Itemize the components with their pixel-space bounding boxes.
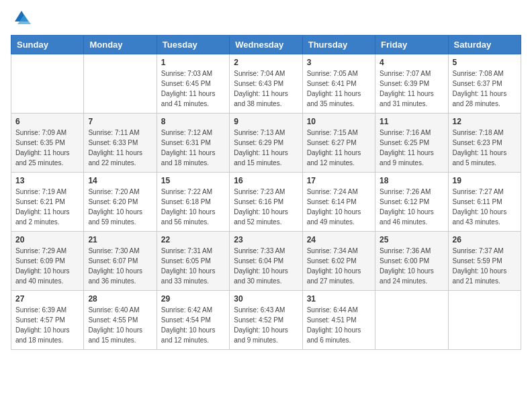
daylight-text: Daylight: 11 hours and 38 minutes.	[234, 90, 288, 107]
day-number: 1	[161, 58, 225, 67]
day-number: 16	[234, 176, 298, 185]
day-info: Sunrise: 7:27 AM Sunset: 6:11 PM Dayligh…	[453, 187, 517, 227]
sunrise-text: Sunrise: 7:26 AM	[380, 188, 431, 195]
daylight-text: Daylight: 10 hours and 56 minutes.	[161, 208, 216, 226]
day-number: 6	[15, 117, 79, 126]
sunset-text: Sunset: 6:31 PM	[161, 139, 211, 146]
sunrise-text: Sunrise: 6:40 AM	[88, 306, 139, 314]
calendar-week-row: 27 Sunrise: 6:39 AM Sunset: 4:57 PM Dayl…	[11, 291, 521, 350]
sunset-text: Sunset: 6:37 PM	[453, 80, 502, 87]
day-info: Sunrise: 7:34 AM Sunset: 6:02 PM Dayligh…	[307, 246, 371, 286]
daylight-text: Daylight: 11 hours and 5 minutes.	[453, 149, 507, 167]
sunset-text: Sunset: 4:52 PM	[234, 316, 283, 324]
sunset-text: Sunset: 6:23 PM	[453, 139, 502, 146]
day-number: 22	[161, 235, 225, 244]
logo	[11, 11, 31, 27]
calendar-cell: 6 Sunrise: 7:09 AM Sunset: 6:35 PM Dayli…	[11, 113, 84, 173]
calendar-cell: 10 Sunrise: 7:15 AM Sunset: 6:27 PM Dayl…	[302, 113, 375, 173]
daylight-text: Daylight: 11 hours and 9 minutes.	[380, 149, 434, 167]
day-number: 12	[453, 117, 517, 126]
sunrise-text: Sunrise: 7:29 AM	[15, 247, 66, 255]
sunrise-text: Sunrise: 7:34 AM	[307, 247, 358, 255]
sunset-text: Sunset: 6:05 PM	[161, 257, 211, 265]
day-info: Sunrise: 7:08 AM Sunset: 6:37 PM Dayligh…	[453, 68, 517, 109]
day-info: Sunrise: 7:19 AM Sunset: 6:21 PM Dayligh…	[15, 187, 79, 227]
sunrise-text: Sunrise: 7:15 AM	[307, 129, 358, 136]
daylight-text: Daylight: 11 hours and 2 minutes.	[15, 208, 70, 226]
daylight-text: Daylight: 11 hours and 18 minutes.	[161, 149, 216, 167]
calendar-cell: 13 Sunrise: 7:19 AM Sunset: 6:21 PM Dayl…	[11, 173, 84, 232]
sunrise-text: Sunrise: 7:31 AM	[161, 247, 212, 255]
sunset-text: Sunset: 6:35 PM	[15, 139, 65, 146]
calendar-cell: 21 Sunrise: 7:30 AM Sunset: 6:07 PM Dayl…	[84, 232, 157, 291]
sunset-text: Sunset: 6:16 PM	[234, 198, 283, 205]
day-number: 3	[307, 58, 371, 67]
sunset-text: Sunset: 6:07 PM	[88, 257, 138, 265]
sunset-text: Sunset: 4:54 PM	[161, 316, 211, 324]
calendar-week-row: 20 Sunrise: 7:29 AM Sunset: 6:09 PM Dayl…	[11, 232, 521, 291]
day-info: Sunrise: 7:26 AM Sunset: 6:12 PM Dayligh…	[380, 187, 443, 227]
calendar-cell: 26 Sunrise: 7:37 AM Sunset: 5:59 PM Dayl…	[448, 232, 521, 291]
sunset-text: Sunset: 6:25 PM	[380, 139, 429, 146]
calendar-header-row: SundayMondayTuesdayWednesdayThursdayFrid…	[11, 36, 521, 54]
day-number: 15	[161, 176, 225, 185]
sunset-text: Sunset: 6:45 PM	[161, 80, 211, 87]
sunrise-text: Sunrise: 7:04 AM	[234, 70, 285, 77]
calendar-cell	[448, 291, 521, 350]
calendar-header-monday: Monday	[84, 36, 157, 54]
daylight-text: Daylight: 10 hours and 40 minutes.	[15, 267, 70, 285]
sunset-text: Sunset: 6:27 PM	[307, 139, 357, 146]
day-number: 20	[15, 235, 79, 244]
calendar-cell: 20 Sunrise: 7:29 AM Sunset: 6:09 PM Dayl…	[11, 232, 84, 291]
day-info: Sunrise: 7:31 AM Sunset: 6:05 PM Dayligh…	[161, 246, 225, 286]
calendar-cell: 25 Sunrise: 7:36 AM Sunset: 6:00 PM Dayl…	[375, 232, 448, 291]
day-info: Sunrise: 7:09 AM Sunset: 6:35 PM Dayligh…	[15, 128, 79, 168]
sunrise-text: Sunrise: 7:30 AM	[88, 247, 139, 255]
calendar-cell: 14 Sunrise: 7:20 AM Sunset: 6:20 PM Dayl…	[84, 173, 157, 232]
daylight-text: Daylight: 10 hours and 30 minutes.	[234, 267, 288, 285]
page-header	[11, 11, 521, 27]
calendar-week-row: 13 Sunrise: 7:19 AM Sunset: 6:21 PM Dayl…	[11, 173, 521, 232]
day-info: Sunrise: 7:29 AM Sunset: 6:09 PM Dayligh…	[15, 246, 79, 286]
day-info: Sunrise: 6:43 AM Sunset: 4:52 PM Dayligh…	[234, 305, 298, 345]
day-number: 10	[307, 117, 371, 126]
day-number: 9	[234, 117, 298, 126]
daylight-text: Daylight: 10 hours and 21 minutes.	[453, 267, 507, 285]
calendar-table: SundayMondayTuesdayWednesdayThursdayFrid…	[11, 35, 521, 350]
daylight-text: Daylight: 10 hours and 49 minutes.	[307, 208, 361, 226]
sunrise-text: Sunrise: 7:20 AM	[88, 188, 139, 195]
day-info: Sunrise: 7:20 AM Sunset: 6:20 PM Dayligh…	[88, 187, 152, 227]
day-number: 5	[453, 58, 517, 67]
calendar-header-wednesday: Wednesday	[230, 36, 302, 54]
day-info: Sunrise: 7:37 AM Sunset: 5:59 PM Dayligh…	[453, 246, 517, 286]
sunset-text: Sunset: 6:14 PM	[307, 198, 357, 205]
daylight-text: Daylight: 11 hours and 22 minutes.	[88, 149, 142, 167]
calendar-cell: 19 Sunrise: 7:27 AM Sunset: 6:11 PM Dayl…	[448, 173, 521, 232]
sunset-text: Sunset: 4:51 PM	[307, 316, 357, 324]
sunset-text: Sunset: 6:09 PM	[15, 257, 65, 265]
sunrise-text: Sunrise: 7:18 AM	[453, 129, 504, 136]
day-info: Sunrise: 7:11 AM Sunset: 6:33 PM Dayligh…	[88, 128, 152, 168]
daylight-text: Daylight: 10 hours and 52 minutes.	[234, 208, 288, 226]
day-number: 13	[15, 176, 79, 185]
calendar-cell: 28 Sunrise: 6:40 AM Sunset: 4:55 PM Dayl…	[84, 291, 157, 350]
calendar-header-friday: Friday	[375, 36, 448, 54]
day-info: Sunrise: 7:18 AM Sunset: 6:23 PM Dayligh…	[453, 128, 517, 168]
day-number: 26	[453, 235, 517, 244]
calendar-cell: 11 Sunrise: 7:16 AM Sunset: 6:25 PM Dayl…	[375, 113, 448, 173]
day-info: Sunrise: 7:24 AM Sunset: 6:14 PM Dayligh…	[307, 187, 371, 227]
day-info: Sunrise: 7:23 AM Sunset: 6:16 PM Dayligh…	[234, 187, 298, 227]
sunrise-text: Sunrise: 6:39 AM	[15, 306, 66, 314]
daylight-text: Daylight: 10 hours and 24 minutes.	[380, 267, 434, 285]
sunset-text: Sunset: 6:04 PM	[234, 257, 283, 265]
day-info: Sunrise: 6:39 AM Sunset: 4:57 PM Dayligh…	[15, 305, 79, 345]
day-info: Sunrise: 7:30 AM Sunset: 6:07 PM Dayligh…	[88, 246, 152, 286]
day-info: Sunrise: 7:12 AM Sunset: 6:31 PM Dayligh…	[161, 128, 225, 168]
sunrise-text: Sunrise: 7:08 AM	[453, 70, 504, 77]
sunrise-text: Sunrise: 7:23 AM	[234, 188, 285, 195]
day-info: Sunrise: 7:03 AM Sunset: 6:45 PM Dayligh…	[161, 68, 225, 109]
day-number: 18	[380, 176, 443, 185]
day-info: Sunrise: 7:15 AM Sunset: 6:27 PM Dayligh…	[307, 128, 371, 168]
calendar-cell: 4 Sunrise: 7:07 AM Sunset: 6:39 PM Dayli…	[375, 54, 448, 113]
day-number: 14	[88, 176, 152, 185]
